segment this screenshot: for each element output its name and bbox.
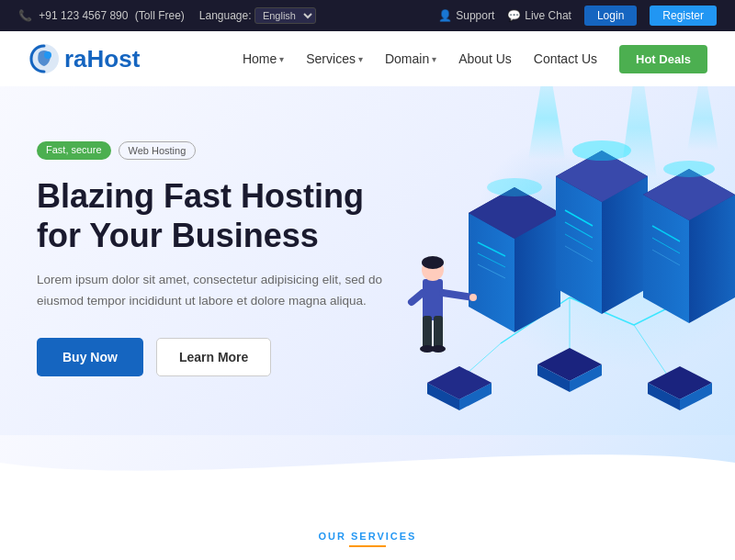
nav-services-label: Services — [306, 51, 356, 66]
hero-content: Fast, secure Web Hosting Blazing Fast Ho… — [37, 132, 386, 376]
login-button[interactable]: Login — [584, 6, 637, 26]
register-button[interactable]: Register — [650, 6, 717, 26]
language-dropdown[interactable]: English Hindi — [254, 7, 316, 24]
nav-services[interactable]: Services ▾ — [306, 51, 363, 66]
nav-contact-label: Contact Us — [534, 51, 597, 66]
svg-point-1 — [44, 51, 51, 59]
support-icon: 👤 — [438, 9, 452, 22]
wave-divider — [0, 435, 735, 490]
logo-icon — [28, 42, 61, 75]
chat-icon: 💬 — [507, 9, 521, 22]
svg-rect-57 — [423, 316, 432, 348]
services-title: Businesses Solution of All Size — [37, 556, 698, 560]
nav-home[interactable]: Home ▾ — [243, 51, 284, 66]
nav-about[interactable]: About Us — [458, 51, 512, 66]
buy-now-button[interactable]: Buy Now — [37, 338, 143, 376]
toll-free-label: (Toll Free) — [135, 9, 185, 22]
hero-title-line1: Blazing Fast Hosting — [37, 177, 364, 215]
top-bar: 📞 +91 123 4567 890 (Toll Free) Language:… — [0, 0, 735, 31]
person-figure — [412, 256, 477, 353]
hero-buttons: Buy Now Learn More — [37, 338, 386, 376]
svg-point-54 — [422, 256, 444, 269]
nav-domain-label: Domain — [385, 51, 429, 66]
language-selector: Language: English Hindi — [199, 7, 316, 24]
svg-point-32 — [487, 178, 542, 196]
hero-badges: Fast, secure Web Hosting — [37, 141, 386, 160]
svg-point-51 — [663, 161, 715, 177]
hero-title-line2: for Your Business — [37, 217, 319, 254]
hero-description: Lorem ipsum dolor sit amet, consectetur … — [37, 270, 386, 312]
logo[interactable]: raHost — [28, 42, 140, 75]
top-bar-right: 👤 Support 💬 Live Chat Login Register — [438, 6, 717, 26]
top-bar-left: 📞 +91 123 4567 890 (Toll Free) Language:… — [18, 7, 316, 24]
svg-rect-52 — [423, 279, 443, 320]
nav-services-arrow: ▾ — [358, 54, 363, 64]
main-navigation: raHost Home ▾ Services ▾ Domain ▾ About … — [0, 31, 735, 86]
svg-point-61 — [469, 294, 477, 301]
phone-info: 📞 +91 123 4567 890 (Toll Free) — [18, 9, 185, 22]
svg-point-60 — [431, 345, 446, 353]
services-label: OUR SERVICES — [319, 531, 417, 547]
nav-domain[interactable]: Domain ▾ — [385, 51, 436, 66]
nav-domain-arrow: ▾ — [432, 54, 436, 64]
svg-marker-4 — [528, 86, 565, 160]
hero-section: Fast, secure Web Hosting Blazing Fast Ho… — [0, 86, 735, 435]
services-title-part2: of All Size — [447, 556, 586, 560]
svg-line-56 — [412, 293, 423, 302]
svg-marker-6 — [687, 86, 718, 151]
support-label: Support — [456, 9, 494, 22]
phone-number: +91 123 4567 890 — [39, 9, 128, 22]
livechat-link[interactable]: 💬 Live Chat — [507, 9, 571, 22]
hot-deals-button[interactable]: Hot Deals — [619, 45, 707, 73]
language-label: Language: — [199, 9, 252, 22]
hero-title: Blazing Fast Hosting for Your Business — [37, 176, 386, 255]
services-title-part1: Businesses — [149, 556, 312, 560]
livechat-label: Live Chat — [525, 9, 571, 22]
svg-point-42 — [572, 140, 631, 161]
nav-links: Home ▾ Services ▾ Domain ▾ About Us Cont… — [243, 45, 707, 73]
svg-rect-58 — [434, 316, 443, 348]
badge-web-hosting: Web Hosting — [119, 141, 197, 160]
services-title-highlight: Solution — [321, 556, 438, 560]
services-section: OUR SERVICES Businesses Solution of All … — [0, 490, 735, 560]
badge-fast-secure: Fast, secure — [37, 141, 111, 160]
nav-home-arrow: ▾ — [279, 54, 284, 64]
phone-icon: 📞 — [18, 9, 32, 22]
logo-text: raHost — [64, 45, 140, 73]
nav-about-label: About Us — [458, 51, 512, 66]
learn-more-button[interactable]: Learn More — [156, 338, 271, 376]
support-link[interactable]: 👤 Support — [438, 9, 494, 22]
nav-home-label: Home — [243, 51, 277, 66]
nav-contact[interactable]: Contact Us — [534, 51, 597, 66]
svg-line-55 — [443, 293, 473, 297]
